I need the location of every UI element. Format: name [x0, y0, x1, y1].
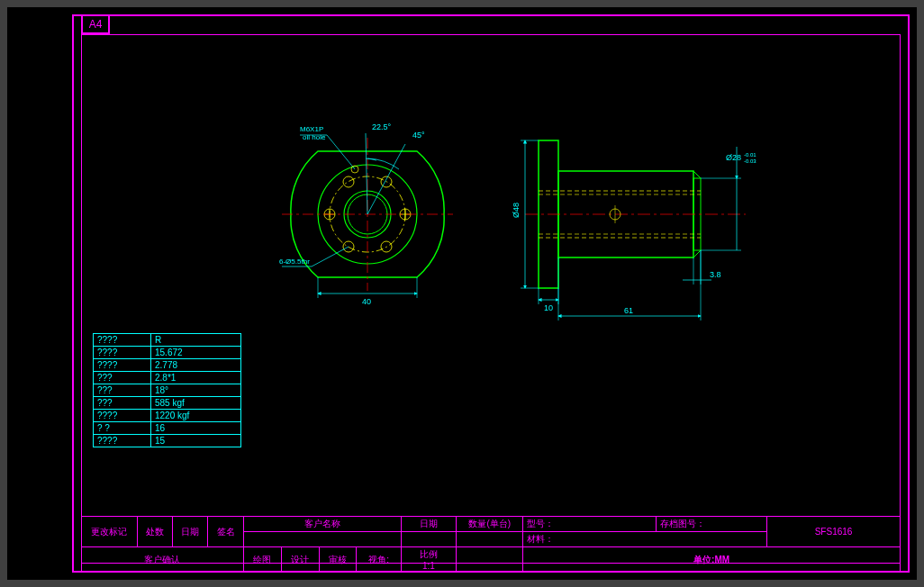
- tb-client-name: 客户名称: [243, 517, 401, 532]
- angle-45: 45°: [412, 131, 425, 140]
- title-block: 更改标记 处数 日期 签名 客户名称 日期 数量(单台) 型号： 存档图号： S…: [81, 516, 901, 573]
- dim-40: 40: [362, 297, 371, 306]
- oil-hole-sub: oil hole: [303, 133, 326, 141]
- oil-hole-label: M6X1P: [300, 125, 323, 133]
- dim-28-tol-bot: -0.03: [744, 158, 756, 164]
- tb-scale: 比例1:1: [401, 547, 457, 573]
- tb-draw: 绘图: [243, 547, 281, 573]
- tb-archive: 存档图号：: [656, 517, 766, 532]
- spec-row: ????2.778: [94, 359, 241, 372]
- dim-10: 10: [544, 303, 553, 312]
- spec-row: ????1220 kgf: [94, 410, 241, 422]
- spec-row: ???2.8*1: [94, 372, 241, 384]
- tb-place: 处数: [137, 517, 172, 547]
- front-view: M6X1P oil hole 22.5° 45° 6-Ø5.5thr 40: [279, 122, 453, 306]
- tb-qty: 数量(单台): [457, 517, 523, 532]
- spec-row: ????R: [94, 334, 241, 347]
- dim-48: Ø48: [512, 203, 521, 218]
- dim-28: Ø28: [726, 153, 741, 162]
- tb-date: 日期: [172, 517, 207, 547]
- tb-design: 设计: [281, 547, 319, 573]
- tb-model: 型号：: [523, 517, 657, 532]
- dim-28-tol-top: -0.01: [744, 152, 756, 158]
- spec-row: ???18°: [94, 384, 241, 397]
- spec-row: ????15.672: [94, 347, 241, 359]
- spec-row: ???585 kgf: [94, 397, 241, 410]
- cad-drawing-svg: M6X1P oil hole 22.5° 45° 6-Ø5.5thr 40: [7, 7, 917, 580]
- svg-line-29: [693, 250, 701, 257]
- hole-callout: 6-Ø5.5thr: [279, 257, 310, 266]
- tb-date2: 日期: [401, 517, 457, 532]
- svg-point-9: [343, 176, 354, 187]
- dim-61: 61: [624, 306, 633, 315]
- spec-row: ? ?16: [94, 422, 241, 435]
- tb-sign: 签名: [208, 517, 243, 547]
- dim-3-8: 3.8: [710, 270, 721, 279]
- svg-line-28: [693, 171, 701, 178]
- tb-review: 审核: [319, 547, 357, 573]
- tb-change-mark: 更改标记: [82, 517, 138, 547]
- tb-client-confirm: 客户确认: [82, 547, 244, 573]
- side-view: Ø48 Ø28 -0.01 -0.03 10 3.8 61: [512, 140, 756, 321]
- tb-material: 材料：: [523, 532, 767, 547]
- tb-unit: 单位:MM: [523, 547, 901, 573]
- svg-line-21: [312, 247, 349, 266]
- spec-row: ????15: [94, 435, 241, 447]
- spec-table: ????R????15.672????2.778???2.8*1???18°??…: [93, 333, 241, 447]
- angle-22-5: 22.5°: [372, 122, 392, 131]
- cad-canvas: A4: [7, 7, 917, 580]
- svg-line-16: [327, 135, 355, 169]
- svg-line-19: [367, 144, 405, 214]
- tb-archive-no: SFS1616: [767, 517, 901, 547]
- tb-view: 视角:: [357, 547, 401, 573]
